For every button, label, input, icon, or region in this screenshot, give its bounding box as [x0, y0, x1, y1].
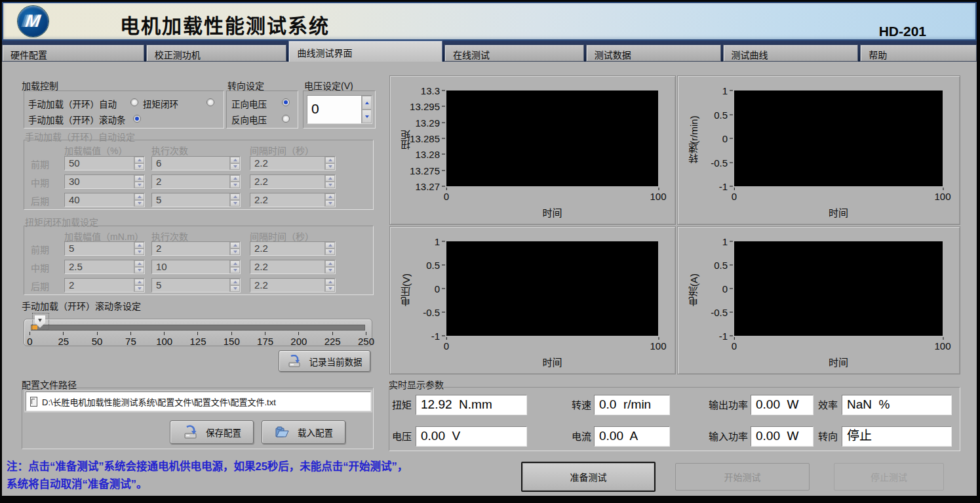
- tab-online-test[interactable]: 在线测试: [444, 45, 584, 62]
- option-manual-auto-label: 手动加载（开环）自动: [28, 97, 117, 110]
- speed-readout-value: 0.0 r/min: [594, 395, 670, 415]
- option-forward-voltage-label: 正向电压: [231, 97, 267, 110]
- voltage-chart-yticks: 1 0.5 0 -0.5 -1: [390, 241, 445, 336]
- spin-down-button[interactable]: [362, 110, 372, 123]
- ma-mid-amplitude-field: 30: [64, 174, 145, 189]
- ma-early-amplitude-field: 50: [64, 156, 145, 171]
- speed-chart-yticks: 1 0.5 0 -0.5 -1: [678, 91, 733, 186]
- output-power-readout-label: 输出功率: [706, 395, 748, 415]
- row-early-label: 前期: [31, 157, 49, 171]
- ma-late-interval-field: 2.2: [250, 193, 336, 207]
- x-min-tick: 0: [732, 191, 737, 202]
- x-min-tick: 0: [732, 340, 737, 352]
- load-control-title: 加载控制: [22, 79, 58, 92]
- current-readout-value: 0.00 A: [594, 426, 670, 447]
- prepare-test-button[interactable]: 准备测试: [521, 462, 656, 492]
- tab-calibrate-dyno[interactable]: 校正测功机: [146, 45, 287, 62]
- efficiency-readout-label: 效率: [816, 395, 838, 415]
- x-max-tick: 100: [934, 191, 951, 202]
- save-config-label: 保存配置: [206, 426, 241, 439]
- record-data-label: 记录当前数据: [309, 355, 363, 368]
- voltage-chart-xlabel: 时间: [542, 355, 562, 369]
- save-config-icon: [182, 425, 198, 439]
- torque-chart-xlabel: 时间: [542, 205, 562, 219]
- output-power-readout-value: 0.00 W: [751, 395, 813, 415]
- tl-late-count-field: 5: [151, 278, 241, 292]
- tab-help[interactable]: 帮助: [860, 45, 977, 62]
- voltage-set-title: 电压设定(V): [304, 79, 353, 92]
- config-path-input[interactable]: D:\长胜电机加载性能测试系统\配置文件\配置文件\配置文件.txt: [26, 392, 371, 411]
- voltage-chart: 电压(V) 1 0.5 0 -0.5 -1 0 100 时间: [389, 226, 676, 374]
- current-chart: 电流(A) 1 0.5 0 -0.5 -1 0 100 时间: [677, 226, 960, 374]
- torque-loop-settings-group: 加载幅值（mN.m） 执行次数 间隔时间（秒） 前期 5 2 2.2 中期 2.…: [24, 226, 374, 295]
- voltage-set-input[interactable]: 0: [307, 95, 372, 124]
- tab-test-data[interactable]: 测试数据: [586, 45, 721, 62]
- radio-torque-loop[interactable]: [206, 98, 214, 106]
- current-chart-xlabel: 时间: [829, 355, 848, 369]
- window-edge: [977, 0, 980, 503]
- company-logo-icon: M: [18, 6, 49, 37]
- spin-up-button[interactable]: [362, 96, 372, 110]
- direction-readout-value: 停止: [842, 426, 952, 447]
- realtime-group: 扭矩 12.92 N.mm 转速 0.0 r/min 输出功率 0.00 W 效…: [389, 387, 960, 451]
- torque-chart-yticks: 13.3 13.295 13.29 13.285 13.28 13.275 13…: [390, 91, 445, 186]
- x-min-tick: 0: [444, 191, 449, 202]
- tab-hardware-config[interactable]: 硬件配置: [2, 45, 144, 62]
- tl-late-interval-field: 2.2: [250, 278, 336, 292]
- ma-early-interval-field: 2.2: [250, 156, 336, 171]
- load-slider[interactable]: 0 25 50 75 100 125 150 175 200 225 250: [24, 319, 372, 346]
- save-config-button[interactable]: 保存配置: [170, 420, 254, 444]
- voltage-readout-label: 电压: [389, 426, 412, 447]
- speed-chart: 转速(r/min) 1 0.5 0 -0.5 -1 0 100 时间: [677, 75, 960, 225]
- col-count-label: 执行次数: [151, 144, 188, 157]
- speed-readout-label: 转速: [570, 395, 591, 415]
- input-power-readout-label: 输入功率: [706, 426, 748, 447]
- config-path-value: D:\长胜电机加载性能测试系统\配置文件\配置文件\配置文件.txt: [42, 395, 276, 408]
- app-title: 电机加载性能测试系统: [120, 10, 330, 39]
- note-line-2: 系统将自动取消“准备测试”。: [7, 475, 147, 491]
- record-data-button[interactable]: 记录当前数据: [279, 350, 370, 372]
- tab-test-curve[interactable]: 测试曲线: [723, 45, 859, 62]
- note-line-1: 注：点击“准备测试”系统会接通电机供电电源，如果25秒后，未能点击“开始测试”，: [7, 458, 408, 473]
- direction-readout-label: 转向: [816, 426, 838, 447]
- radio-forward-voltage[interactable]: [282, 98, 290, 106]
- spin-down-icon: [365, 115, 369, 118]
- ma-late-amplitude-field: 40: [64, 193, 145, 207]
- load-config-button[interactable]: 载入配置: [262, 420, 345, 444]
- ma-late-count-field: 5: [151, 193, 241, 207]
- voltage-spinner: [361, 96, 372, 123]
- window-edge: [0, 0, 2, 503]
- radio-manual-scroll[interactable]: [133, 115, 141, 123]
- spin-up-icon: [365, 102, 369, 104]
- radio-reverse-voltage[interactable]: [282, 115, 290, 123]
- window-edge: [0, 496, 980, 503]
- slider-track[interactable]: [31, 325, 365, 331]
- tl-early-interval-field: 2.2: [250, 241, 336, 256]
- input-power-readout-value: 0.00 W: [751, 426, 813, 447]
- app-header: M 电机加载性能测试系统 HD-201: [2, 2, 977, 41]
- load-config-icon: [274, 426, 290, 439]
- radio-manual-auto[interactable]: [130, 98, 138, 106]
- option-reverse-voltage-label: 反向电压: [231, 113, 267, 126]
- start-test-button: 开始测试: [675, 463, 810, 491]
- col-interval-label: 间隔时间（秒）: [250, 144, 314, 157]
- voltage-readout-value: 0.00 V: [416, 426, 527, 447]
- logo-letter: M: [24, 11, 42, 31]
- tab-curve-test[interactable]: 曲线测试界面: [288, 41, 442, 62]
- voltage-set-group: 0: [303, 91, 376, 129]
- torque-readout-value: 12.92 N.mm: [416, 395, 527, 415]
- row-late-label: 后期: [31, 279, 49, 292]
- col-count-label: 执行次数: [151, 230, 188, 243]
- efficiency-readout-value: NaN %: [842, 395, 952, 415]
- option-manual-scroll-label: 手动加载（开环）滚动条: [28, 113, 126, 126]
- current-readout-label: 电流: [570, 426, 591, 447]
- speed-plot-area: [734, 91, 943, 186]
- voltage-set-value[interactable]: 0: [307, 96, 361, 123]
- tl-mid-amplitude-field: 2.5: [64, 260, 145, 274]
- tl-late-amplitude-field: 2: [64, 278, 145, 292]
- ma-mid-interval-field: 2.2: [250, 174, 336, 189]
- load-config-label: 载入配置: [298, 426, 333, 439]
- path-type-icon: [30, 397, 37, 407]
- torque-plot-area: [446, 91, 658, 186]
- row-late-label: 后期: [31, 194, 49, 207]
